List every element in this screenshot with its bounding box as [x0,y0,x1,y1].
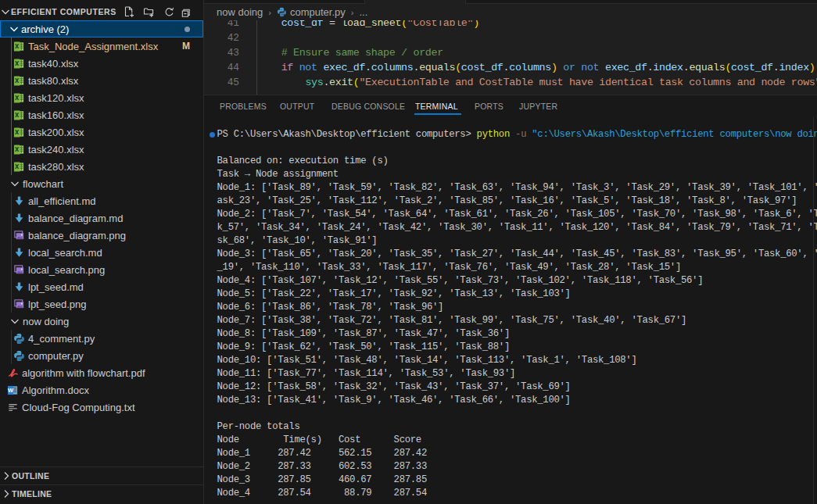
svg-text:W: W [8,387,14,394]
